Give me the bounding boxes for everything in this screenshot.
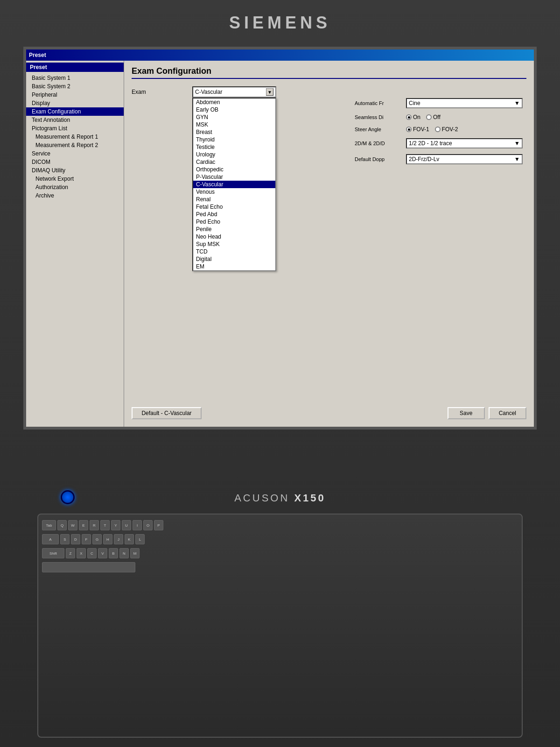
cancel-button[interactable]: Cancel: [489, 407, 526, 419]
exam-option-gyn[interactable]: GYN: [193, 113, 275, 121]
exam-dropdown[interactable]: C-Vascular ▼: [192, 86, 276, 98]
exam-option-breast[interactable]: Breast: [193, 128, 275, 136]
sidebar-item-pictogram-list[interactable]: Pictogram List: [26, 124, 124, 133]
sidebar-item-archive[interactable]: Archive: [26, 191, 124, 200]
radio-fov1[interactable]: FOV-1: [406, 126, 429, 133]
automatic-row: Automatic Fr Cine ▼: [355, 98, 523, 108]
exam-option-venous[interactable]: Venous: [193, 188, 275, 196]
sidebar-item-peripheral[interactable]: Peripheral: [26, 91, 124, 99]
key-tab[interactable]: Tab: [42, 520, 56, 530]
acuson-logo: ACUSON X150: [234, 492, 326, 504]
key-a[interactable]: A: [42, 534, 59, 544]
exam-option-fetal-echo[interactable]: Fetal Echo: [193, 203, 275, 211]
radio-fov1-dot: [406, 127, 412, 132]
sidebar-header: Preset: [26, 63, 124, 72]
key-t[interactable]: T: [100, 520, 110, 530]
sidebar-item-measurement-report-1[interactable]: Measurement & Report 1: [26, 133, 124, 141]
power-button[interactable]: [61, 490, 75, 504]
radio-fov2[interactable]: FOV-2: [435, 126, 458, 133]
exam-option-ped-abd[interactable]: Ped Abd: [193, 211, 275, 218]
exam-option-abdomen[interactable]: Abdomen: [193, 99, 275, 106]
steer-angle-label: Steer Angle: [355, 127, 406, 132]
exam-option-urology[interactable]: Urology: [193, 151, 275, 158]
sidebar-item-text-annotation[interactable]: Text Annotation: [26, 116, 124, 124]
exam-option-orthopedic[interactable]: Orthopedic: [193, 166, 275, 173]
key-v[interactable]: V: [98, 548, 107, 558]
key-b[interactable]: B: [109, 548, 118, 558]
steer-angle-row: Steer Angle FOV-1 FOV-2: [355, 126, 523, 133]
key-w[interactable]: W: [68, 520, 77, 530]
default-button[interactable]: Default - C-Vascular: [132, 407, 202, 419]
exam-dropdown-list: Abdomen Early OB GYN MSK Breast Thyroid …: [192, 98, 276, 271]
monitor: SIEMENS Preset Preset Basic System 1 Bas…: [0, 0, 560, 747]
app-content: Preset Basic System 1 Basic System 2 Per…: [26, 61, 534, 427]
key-k[interactable]: K: [125, 534, 134, 544]
key-g[interactable]: G: [92, 534, 102, 544]
exam-option-testicle[interactable]: Testicle: [193, 143, 275, 151]
half-2d-select[interactable]: 1/2 2D - 1/2 trace ▼: [406, 138, 523, 148]
key-shift[interactable]: Shift: [42, 548, 64, 558]
key-space[interactable]: [42, 562, 135, 572]
sidebar-item-dicom[interactable]: DICOM: [26, 158, 124, 166]
radio-off[interactable]: Off: [426, 114, 441, 120]
exam-option-sup-msk[interactable]: Sup MSK: [193, 240, 275, 248]
exam-option-penile[interactable]: Penile: [193, 226, 275, 233]
key-s[interactable]: S: [60, 534, 70, 544]
exam-option-c-vascular[interactable]: C-Vascular: [193, 181, 275, 188]
sidebar-item-authorization[interactable]: Authorization: [26, 183, 124, 191]
key-l[interactable]: L: [135, 534, 145, 544]
key-c[interactable]: C: [87, 548, 97, 558]
key-u[interactable]: U: [122, 520, 131, 530]
exam-option-renal[interactable]: Renal: [193, 196, 275, 203]
key-e[interactable]: E: [79, 520, 88, 530]
sidebar-item-service[interactable]: Service: [26, 149, 124, 158]
sidebar-item-basic-system-2[interactable]: Basic System 2: [26, 82, 124, 91]
exam-option-p-vascular[interactable]: P-Vascular: [193, 173, 275, 181]
title-bar: Preset: [26, 49, 534, 61]
sidebar-item-measurement-report-2[interactable]: Measurement & Report 2: [26, 141, 124, 149]
key-i[interactable]: I: [133, 520, 142, 530]
exam-option-digital[interactable]: Digital: [193, 255, 275, 263]
key-p[interactable]: P: [154, 520, 163, 530]
radio-on[interactable]: On: [406, 114, 420, 120]
key-q[interactable]: Q: [57, 520, 67, 530]
cine-select[interactable]: Cine ▼: [406, 98, 523, 108]
right-controls: Automatic Fr Cine ▼ Seamless Di On: [355, 89, 523, 170]
key-f[interactable]: F: [82, 534, 91, 544]
exam-option-thyroid[interactable]: Thyroid: [193, 136, 275, 143]
default-dopp-row: Default Dopp 2D-Frz/D-Lv ▼: [355, 154, 523, 164]
x150-label: X150: [294, 492, 325, 504]
twod-row: 2D/M & 2D/D 1/2 2D - 1/2 trace ▼: [355, 138, 523, 148]
sidebar-item-basic-system-1[interactable]: Basic System 1: [26, 74, 124, 82]
frz-select[interactable]: 2D-Frz/D-Lv ▼: [406, 154, 523, 164]
exam-option-tcd[interactable]: TCD: [193, 248, 275, 255]
dropdown-arrow-icon[interactable]: ▼: [266, 88, 273, 96]
sidebar: Preset Basic System 1 Basic System 2 Per…: [26, 61, 124, 427]
fov-radio-group: FOV-1 FOV-2: [406, 126, 458, 133]
twod-label: 2D/M & 2D/D: [355, 141, 406, 146]
key-y[interactable]: Y: [111, 520, 120, 530]
exam-option-neo-head[interactable]: Neo Head: [193, 233, 275, 240]
exam-option-ped-echo[interactable]: Ped Echo: [193, 218, 275, 226]
sidebar-item-display[interactable]: Display: [26, 99, 124, 107]
key-m[interactable]: M: [130, 548, 140, 558]
key-d[interactable]: D: [71, 534, 80, 544]
screen: Preset Preset Basic System 1 Basic Syste…: [23, 47, 537, 430]
automatic-label: Automatic Fr: [355, 100, 406, 106]
exam-option-msk[interactable]: MSK: [193, 121, 275, 128]
key-h[interactable]: H: [103, 534, 112, 544]
key-o[interactable]: O: [143, 520, 153, 530]
exam-option-early-ob[interactable]: Early OB: [193, 106, 275, 113]
key-x[interactable]: X: [77, 548, 86, 558]
sidebar-item-dimaq-utility[interactable]: DIMAQ Utility: [26, 166, 124, 175]
key-r[interactable]: R: [90, 520, 99, 530]
key-j[interactable]: J: [114, 534, 123, 544]
sidebar-item-network-export[interactable]: Network Export: [26, 175, 124, 183]
exam-option-cardiac[interactable]: Cardiac: [193, 158, 275, 166]
key-z[interactable]: Z: [66, 548, 75, 558]
exam-option-em[interactable]: EM: [193, 263, 275, 270]
sidebar-item-exam-configuration[interactable]: Exam Configuration: [26, 107, 124, 116]
on-off-radio-group: On Off: [406, 114, 441, 120]
key-n[interactable]: N: [119, 548, 129, 558]
save-button[interactable]: Save: [448, 407, 485, 419]
